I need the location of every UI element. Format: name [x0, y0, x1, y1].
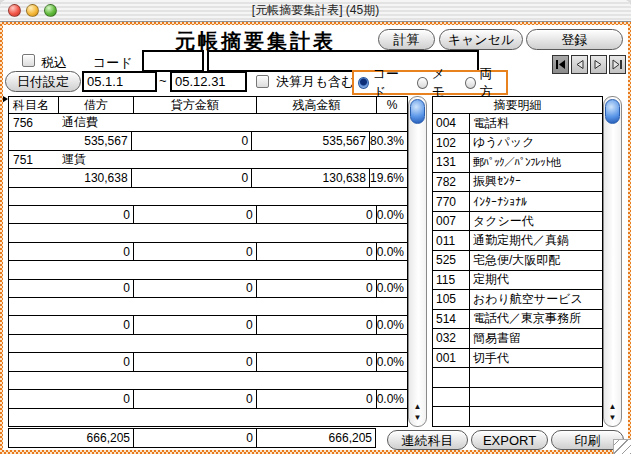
go-next-icon[interactable] [590, 55, 607, 74]
account-row[interactable] [9, 335, 407, 353]
credit-amount: 0 [131, 169, 252, 186]
balance-amount: 0 [256, 390, 376, 407]
account-row[interactable] [9, 224, 407, 242]
continuous-subject-button[interactable]: 連続科目 [387, 430, 468, 450]
detail-row[interactable]: 004電話料 [433, 114, 602, 134]
go-last-icon[interactable] [609, 55, 626, 74]
detail-name: 郵ﾊﾟｯｸ／ﾊﾟﾝﾌﾚｯﾄ他 [470, 155, 602, 170]
account-row[interactable] [9, 298, 407, 316]
detail-row[interactable]: 514電話代／東京事務所 [433, 310, 602, 330]
register-button[interactable]: 登録 [526, 29, 623, 50]
date-setting-button[interactable]: 日付設定 [5, 71, 81, 92]
details-table-body: 004電話料102ゆうパック131郵ﾊﾟｯｸ／ﾊﾟﾝﾌﾚｯﾄ他782振興ｾﾝﾀｰ… [433, 114, 602, 426]
accounts-column-header: 残高金額 [256, 97, 376, 113]
scroll-up-arrow[interactable]: ▲ [409, 402, 426, 412]
closing-month-checkbox[interactable] [256, 75, 269, 88]
account-row[interactable] [9, 409, 407, 426]
amount-row[interactable]: 0000.0% [9, 243, 407, 261]
accounts-scrollbar[interactable]: ▲ ▼ [408, 96, 427, 427]
accounts-table-header: 科目名借方貸方金額残高金額% [9, 97, 407, 114]
record-navigation [552, 55, 626, 74]
detail-code [433, 407, 470, 426]
detail-row[interactable]: 032簡易書留 [433, 329, 602, 349]
detail-row[interactable] [433, 407, 602, 426]
detail-name: 切手代 [470, 350, 602, 367]
account-row[interactable] [9, 261, 407, 279]
detail-row[interactable]: 131郵ﾊﾟｯｸ／ﾊﾟﾝﾌﾚｯﾄ他 [433, 153, 602, 173]
amount-row[interactable]: 0000.0% [9, 316, 407, 334]
cancel-button[interactable]: キャンセル [439, 29, 523, 50]
date-from-input[interactable] [82, 71, 157, 92]
detail-name: ゆうパック [470, 134, 602, 151]
credit-amount: 0 [133, 243, 256, 260]
detail-row[interactable]: 105おわり航空サービス [433, 290, 602, 310]
total-credit: 0 [133, 429, 256, 447]
minimize-icon[interactable] [26, 4, 39, 17]
balance-amount: 130,638 [251, 169, 369, 186]
radio-icon[interactable] [358, 77, 369, 89]
amount-row[interactable]: 130,6380130,63819.6% [9, 169, 407, 187]
detail-row[interactable]: 001切手代 [433, 349, 602, 369]
detail-name: 通勤定期代／真鍋 [470, 232, 602, 249]
scroll-down-arrow[interactable]: ▼ [604, 413, 621, 423]
detail-code: 007 [433, 212, 470, 231]
detail-row[interactable]: 525宅急便/大阪即配 [433, 251, 602, 271]
account-row[interactable] [9, 372, 407, 390]
go-previous-icon[interactable] [571, 55, 588, 74]
credit-amount: 0 [133, 353, 256, 370]
date-to-input[interactable] [170, 71, 247, 92]
debit-amount: 0 [9, 353, 133, 370]
go-first-icon[interactable] [552, 55, 569, 74]
account-row[interactable]: 756通信費 [9, 114, 407, 132]
detail-row[interactable]: 115定期代 [433, 271, 602, 291]
traffic-lights [8, 4, 57, 17]
scroll-thumb[interactable] [410, 99, 425, 124]
account-code: 756 [9, 116, 62, 130]
radio-icon[interactable] [417, 77, 428, 89]
account-name: 運賃 [62, 151, 86, 168]
detail-code [433, 388, 470, 407]
detail-row[interactable] [433, 388, 602, 408]
amount-row[interactable]: 0000.0% [9, 353, 407, 371]
search-mode-radio-group: コードメモ両方 [352, 70, 508, 95]
radio-icon[interactable] [465, 77, 476, 89]
code-input[interactable] [142, 50, 204, 72]
date-range-tilde: ~ [159, 73, 167, 88]
scroll-up-arrow[interactable]: ▲ [604, 402, 621, 412]
credit-amount: 0 [131, 132, 252, 149]
details-scrollbar[interactable]: ▲ ▼ [603, 96, 622, 427]
titlebar[interactable]: [元帳摘要集計表] (45期) [0, 0, 631, 22]
scroll-thumb[interactable] [605, 99, 620, 124]
account-row[interactable] [9, 188, 407, 206]
detail-row[interactable]: 102ゆうパック [433, 134, 602, 154]
accounts-column-header: % [376, 97, 407, 113]
calc-button[interactable]: 計算 [378, 29, 435, 50]
detail-name: おわり航空サービス [470, 291, 602, 308]
debit-amount: 0 [9, 390, 133, 407]
account-row[interactable]: 751運賃 [9, 151, 407, 169]
detail-row[interactable]: 011通勤定期代／真鍋 [433, 231, 602, 251]
detail-name: 定期代 [470, 271, 602, 288]
account-name: 通信費 [62, 114, 98, 131]
resize-handle-icon[interactable] [613, 439, 631, 454]
detail-row[interactable]: 007タクシー代 [433, 212, 602, 232]
code-label: コード [93, 54, 133, 72]
zoom-icon[interactable] [44, 4, 57, 17]
tax-included-label: 税込 [41, 54, 67, 72]
amount-row[interactable]: 0000.0% [9, 390, 407, 408]
detail-row[interactable]: 782振興ｾﾝﾀｰ [433, 173, 602, 193]
amount-row[interactable]: 535,5670535,56780.3% [9, 132, 407, 150]
accounts-column-header: 借方 [58, 97, 133, 113]
tax-included-checkbox[interactable] [22, 54, 35, 67]
close-icon[interactable] [8, 4, 21, 17]
detail-row[interactable] [433, 368, 602, 388]
debit-amount: 535,567 [9, 132, 131, 149]
amount-row[interactable]: 0000.0% [9, 280, 407, 298]
scroll-down-arrow[interactable]: ▼ [409, 413, 426, 423]
amount-row[interactable]: 0000.0% [9, 206, 407, 224]
accounts-column-header: 科目名 [9, 97, 58, 113]
detail-row[interactable]: 770ｲﾝﾀｰﾅｼｮﾅﾙ [433, 192, 602, 212]
total-balance: 666,205 [256, 429, 375, 447]
total-debit: 666,205 [9, 429, 133, 447]
export-button[interactable]: EXPORT [471, 430, 548, 450]
